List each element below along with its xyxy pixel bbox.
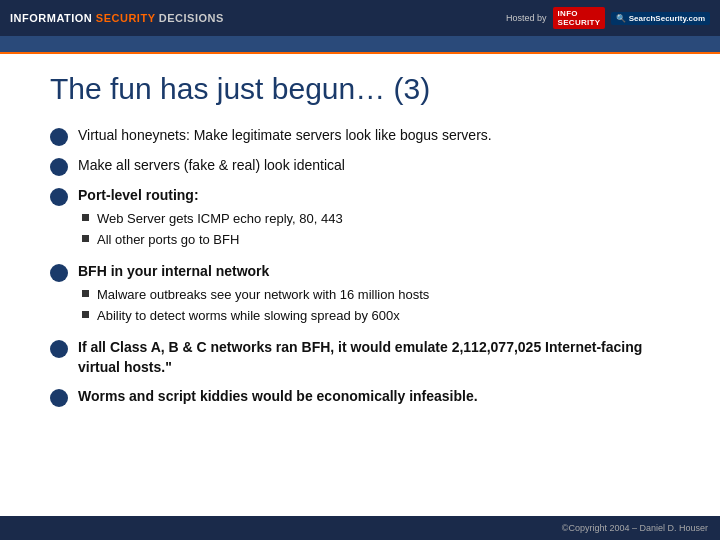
slide-content: The fun has just begun… (3) Virtual hone… (0, 54, 720, 427)
sub-bullet-square-icon (82, 311, 89, 318)
list-item: Make all servers (fake & real) look iden… (50, 156, 670, 176)
list-item: Virtual honeynets: Make legitimate serve… (50, 126, 670, 146)
list-item: If all Class A, B & C networks ran BFH, … (50, 338, 670, 377)
bullet-4-label: BFH in your internal network (78, 263, 269, 279)
hosted-by-label: Hosted by (506, 13, 547, 23)
list-item: All other ports go to BFH (82, 231, 670, 249)
bullet-6-content: Worms and script kiddies would be econom… (78, 387, 670, 407)
sub-bullet-text: Malware outbreaks see your network with … (97, 286, 429, 304)
bullet-3-content: Port-level routing: Web Server gets ICMP… (78, 186, 670, 252)
header-bar: INFORMATION SECURITY DECISIONS Hosted by… (0, 0, 720, 36)
slide-title: The fun has just begun… (3) (50, 72, 670, 106)
bullet-dot-icon (50, 128, 68, 146)
footer-copyright: ©Copyright 2004 – Daniel D. Houser (562, 523, 708, 533)
sub-bullet-list: Malware outbreaks see your network with … (82, 286, 670, 325)
list-item: Web Server gets ICMP echo reply, 80, 443 (82, 210, 670, 228)
bullet-dot-icon (50, 158, 68, 176)
bullet-dot-icon (50, 389, 68, 407)
bullet-6-label: Worms and script kiddies would be econom… (78, 388, 478, 404)
bullet-dot-icon (50, 340, 68, 358)
list-item: Malware outbreaks see your network with … (82, 286, 670, 304)
logo-information: INFORMATION (10, 12, 92, 24)
bullet-2-content: Make all servers (fake & real) look iden… (78, 156, 670, 176)
list-item: Worms and script kiddies would be econom… (50, 387, 670, 407)
logo-security: SECURITY (96, 12, 155, 24)
bullet-4-content: BFH in your internal network Malware out… (78, 262, 670, 328)
sub-bullet-square-icon (82, 214, 89, 221)
header-logo: INFORMATION SECURITY DECISIONS (10, 12, 224, 24)
bullet-list: Virtual honeynets: Make legitimate serve… (50, 126, 670, 407)
sub-bullet-square-icon (82, 290, 89, 297)
bullet-1-content: Virtual honeynets: Make legitimate serve… (78, 126, 670, 146)
sub-bullet-list: Web Server gets ICMP echo reply, 80, 443… (82, 210, 670, 249)
bullet-5-content: If all Class A, B & C networks ran BFH, … (78, 338, 670, 377)
hosted-by-area: Hosted by INFOSECURITY 🔍 SearchSecurity.… (506, 0, 710, 36)
list-item: Ability to detect worms while slowing sp… (82, 307, 670, 325)
logo-decisions: DECISIONS (159, 12, 224, 24)
bullet-5-label: If all Class A, B & C networks ran BFH, … (78, 339, 642, 375)
bullet-dot-icon (50, 188, 68, 206)
sub-bullet-text: Ability to detect worms while slowing sp… (97, 307, 400, 325)
sub-bullet-square-icon (82, 235, 89, 242)
sub-bullet-text: All other ports go to BFH (97, 231, 239, 249)
bullet-3-label: Port-level routing: (78, 187, 199, 203)
bullet-dot-icon (50, 264, 68, 282)
search-security-logo: 🔍 SearchSecurity.com (611, 12, 710, 25)
logo-text: INFORMATION SECURITY DECISIONS (10, 12, 224, 24)
subheader-bar (0, 36, 720, 54)
list-item: Port-level routing: Web Server gets ICMP… (50, 186, 670, 252)
infosec-logo: INFOSECURITY (553, 7, 606, 29)
sub-bullet-text: Web Server gets ICMP echo reply, 80, 443 (97, 210, 343, 228)
footer-bar: ©Copyright 2004 – Daniel D. Houser (0, 516, 720, 540)
list-item: BFH in your internal network Malware out… (50, 262, 670, 328)
